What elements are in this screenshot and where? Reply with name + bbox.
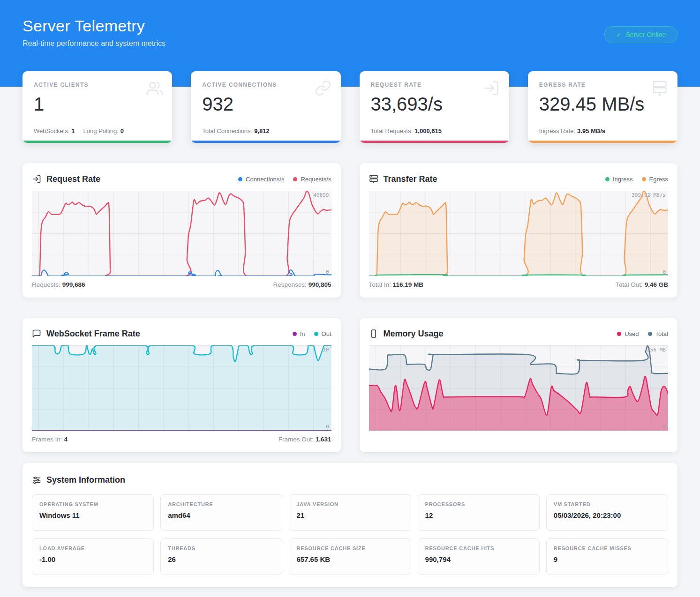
stat-details: Ingress Rate:3.95 MB/s bbox=[539, 127, 605, 134]
memory-icon bbox=[369, 329, 378, 338]
system-information-card: System Information OPERATING SYSTEMWindo… bbox=[23, 463, 677, 587]
page-title: Server Telemetry bbox=[23, 17, 677, 35]
sys-box-architecture: ARCHITECTUREamd64 bbox=[160, 494, 282, 531]
transfer-rate-chart-card: Transfer Rate Ingress Egress 399.92 MB/s… bbox=[360, 163, 678, 298]
transfer-rate-plot: 399.92 MB/s 0 bbox=[369, 191, 669, 276]
chart-legend: In Out bbox=[293, 330, 331, 337]
sys-box-java-version: JAVA VERSION21 bbox=[289, 494, 411, 531]
server-icon bbox=[651, 80, 668, 97]
stat-card-active-clients: ACTIVE CLIENTS 1 WebSockets:1 Long Polli… bbox=[23, 71, 172, 143]
legend-item[interactable]: Connections/s bbox=[238, 176, 284, 183]
legend-item[interactable]: Egress bbox=[642, 176, 668, 183]
plot-max-label: 399.92 MB/s bbox=[632, 192, 666, 198]
stat-detail: WebSockets:1 bbox=[34, 127, 75, 134]
websocket-frame-rate-chart-svg bbox=[32, 345, 331, 431]
footer-stat: Frames Out:1,631 bbox=[278, 436, 331, 443]
legend-item[interactable]: Total bbox=[648, 330, 668, 337]
footer-stat: Total Out:9.46 GB bbox=[616, 281, 668, 288]
stat-detail: Long Polling:0 bbox=[83, 127, 124, 134]
stat-accent-bar bbox=[528, 141, 677, 143]
memory-usage-chart-svg bbox=[369, 345, 669, 431]
plot-min-label: 0 bbox=[326, 424, 329, 430]
stat-card-egress-rate: EGRESS RATE 329.45 MB/s Ingress Rate:3.9… bbox=[528, 71, 677, 143]
legend-dot bbox=[642, 177, 646, 181]
users-icon bbox=[146, 80, 163, 97]
chart-footer: Total In:116.19 MB Total Out:9.46 GB bbox=[369, 281, 669, 288]
stat-accent-bar bbox=[191, 141, 340, 143]
server-icon bbox=[369, 174, 378, 184]
chart-header: Memory Usage Used Total bbox=[369, 327, 669, 340]
chart-header: Transfer Rate Ingress Egress bbox=[369, 172, 669, 186]
plot-min-label: 0 bbox=[326, 269, 329, 275]
stat-accent-bar bbox=[360, 141, 509, 143]
legend-item[interactable]: Out bbox=[314, 330, 331, 337]
page-subtitle: Real-time performance and system metrics bbox=[23, 39, 677, 48]
chart-legend: Ingress Egress bbox=[605, 176, 668, 183]
stat-value: 932 bbox=[202, 94, 329, 114]
stat-label: REQUEST RATE bbox=[371, 82, 498, 88]
chart-title: Memory Usage bbox=[384, 329, 444, 339]
footer-stat: Requests:999,686 bbox=[32, 281, 85, 288]
footer-stat: Frames In:4 bbox=[32, 436, 68, 443]
sys-box-resource-cache-misses: RESOURCE CACHE MISSES9 bbox=[546, 538, 668, 575]
legend-dot bbox=[314, 332, 318, 336]
legend-dot bbox=[617, 332, 621, 336]
link-icon bbox=[315, 80, 331, 97]
legend-item[interactable]: In bbox=[293, 330, 305, 337]
stat-card-request-rate: REQUEST RATE 33,693/s Total Requests:1,0… bbox=[360, 71, 509, 143]
chart-header: WebSocket Frame Rate In Out bbox=[32, 327, 331, 340]
legend-item[interactable]: Used bbox=[617, 330, 639, 337]
footer-stat: Responses:990,805 bbox=[273, 281, 331, 288]
legend-dot bbox=[238, 177, 242, 181]
sys-box-processors: PROCESSORS12 bbox=[418, 494, 540, 531]
request-rate-plot: 40899 0 bbox=[32, 191, 331, 276]
request-rate-chart-card: Request Rate Connections/s Requests/s 40… bbox=[23, 163, 341, 298]
plot-max-label: 40899 bbox=[313, 192, 329, 198]
chart-title: WebSocket Frame Rate bbox=[46, 329, 140, 339]
legend-dot bbox=[293, 332, 297, 336]
legend-item[interactable]: Ingress bbox=[605, 176, 633, 183]
plot-max-label: 256 MB bbox=[647, 347, 666, 353]
sys-box-resource-cache-size: RESOURCE CACHE SIZE657.65 KB bbox=[289, 538, 411, 575]
system-info-grid: OPERATING SYSTEMWindows 11 ARCHITECTUREa… bbox=[32, 494, 668, 575]
websocket-frame-rate-chart-card: WebSocket Frame Rate In Out 10 0 Frames … bbox=[23, 318, 341, 452]
legend-item[interactable]: Requests/s bbox=[293, 176, 331, 183]
chart-legend: Used Total bbox=[617, 330, 668, 337]
sys-box-threads: THREADS26 bbox=[160, 538, 282, 575]
sys-box-resource-cache-hits: RESOURCE CACHE HITS990,794 bbox=[418, 538, 540, 575]
stat-label: ACTIVE CLIENTS bbox=[34, 82, 161, 88]
stat-value: 329.45 MB/s bbox=[539, 94, 666, 114]
chart-title: Transfer Rate bbox=[384, 174, 437, 184]
request-rate-chart-svg bbox=[32, 191, 331, 276]
status-badge-label: Server Online bbox=[625, 31, 666, 38]
sign-in-icon bbox=[483, 80, 500, 97]
stat-value: 1 bbox=[34, 94, 161, 114]
stat-details: WebSockets:1 Long Polling:0 bbox=[34, 127, 124, 134]
charts-grid: Request Rate Connections/s Requests/s 40… bbox=[0, 143, 700, 452]
check-icon: ✓ bbox=[616, 31, 622, 38]
stat-label: EGRESS RATE bbox=[539, 82, 666, 88]
plot-max-label: 10 bbox=[323, 347, 329, 353]
memory-usage-plot: 256 MB 0 bbox=[369, 345, 669, 431]
stat-details: Total Connections:9,812 bbox=[202, 127, 270, 134]
websocket-frame-rate-plot: 10 0 bbox=[32, 345, 331, 431]
stat-value: 33,693/s bbox=[371, 94, 498, 114]
sys-box-load-average: LOAD AVERAGE-1.00 bbox=[32, 538, 154, 575]
chart-header: Request Rate Connections/s Requests/s bbox=[32, 172, 331, 186]
stat-detail: Total Requests:1,000,615 bbox=[371, 127, 442, 134]
legend-dot bbox=[605, 177, 610, 181]
memory-usage-chart-card: Memory Usage Used Total 256 MB 0 bbox=[360, 318, 678, 452]
stat-detail: Ingress Rate:3.95 MB/s bbox=[539, 127, 605, 134]
plot-min-label: 0 bbox=[662, 424, 666, 430]
chart-title: Request Rate bbox=[46, 174, 100, 184]
message-square-icon bbox=[32, 329, 41, 338]
sys-header: System Information bbox=[32, 473, 668, 486]
plot-min-label: 0 bbox=[662, 269, 666, 275]
chart-footer: Frames In:4 Frames Out:1,631 bbox=[32, 436, 331, 443]
footer-stat: Total In:116.19 MB bbox=[369, 281, 424, 288]
transfer-rate-chart-svg bbox=[369, 191, 669, 276]
chart-footer: Requests:999,686 Responses:990,805 bbox=[32, 281, 331, 288]
stat-detail: Total Connections:9,812 bbox=[202, 127, 270, 134]
legend-dot bbox=[648, 332, 652, 336]
sys-title: System Information bbox=[46, 475, 125, 485]
